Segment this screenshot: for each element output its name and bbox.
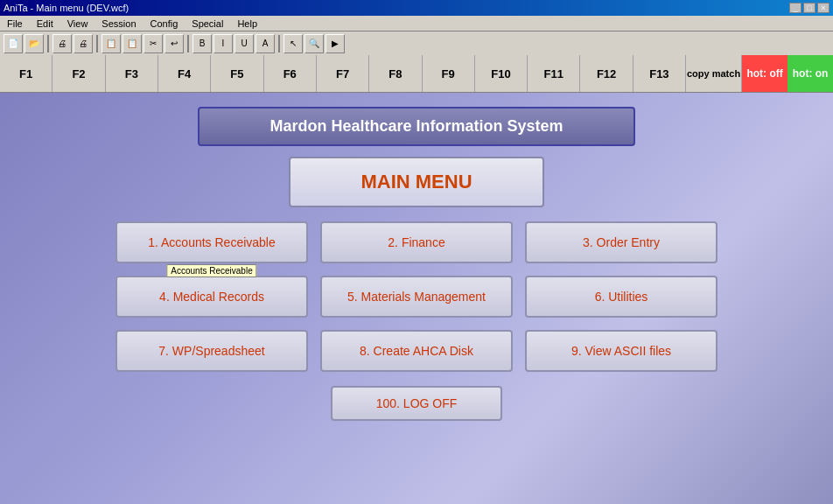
menu-file[interactable]: File	[4, 18, 26, 30]
fkey-f9[interactable]: F9	[423, 55, 475, 92]
main-menu-box: MAIN MENU	[289, 157, 543, 207]
toolbar-zoom[interactable]: 🔍	[304, 34, 324, 53]
main-content: Mardon Healthcare Information System MAI…	[0, 93, 833, 504]
menu-btn-view-ascii-files[interactable]: 9. View ASCII files	[525, 330, 718, 372]
fkey-f5[interactable]: F5	[211, 55, 263, 92]
toolbar-cut[interactable]: ✂	[144, 34, 163, 53]
toolbar-sep4	[278, 35, 280, 52]
menu-edit[interactable]: Edit	[33, 18, 57, 30]
toolbar-b4[interactable]: A	[256, 34, 275, 53]
menu-btn-finance[interactable]: 2. Finance	[320, 221, 513, 263]
toolbar-paste[interactable]: 📋	[122, 34, 142, 53]
menu-help[interactable]: Help	[234, 18, 261, 30]
toolbar-undo[interactable]: ↩	[164, 34, 184, 53]
toolbar-mouse[interactable]: ↖	[284, 34, 303, 53]
toolbar-sep1	[47, 35, 49, 52]
fkey-f6[interactable]: F6	[264, 55, 317, 92]
menu-btn-accounts-receivable[interactable]: 1. Accounts Receivable Accounts Receivab…	[116, 221, 308, 263]
minimize-button[interactable]: _	[789, 3, 802, 13]
fkey-f13[interactable]: F13	[634, 55, 686, 92]
menu-btn-materials-management[interactable]: 5. Materials Management	[320, 276, 513, 318]
menu-bar: File Edit View Session Config Special He…	[0, 16, 833, 32]
window-title: AniTa - Main menu (DEV.wcf)	[4, 3, 129, 13]
toolbar-new[interactable]: 📄	[4, 34, 23, 53]
menu-btn-utilities[interactable]: 6. Utilities	[525, 276, 718, 318]
menu-btn-order-entry[interactable]: 3. Order Entry	[525, 221, 718, 263]
title-bar: AniTa - Main menu (DEV.wcf) _ □ ×	[0, 0, 833, 16]
fkey-f10[interactable]: F10	[475, 55, 528, 92]
toolbar: 📄 📂 🖨 🖨 📋 📋 ✂ ↩ B I U A ↖ 🔍 ▶	[0, 32, 833, 56]
toolbar-copy[interactable]: 📋	[102, 34, 121, 53]
fkey-f7[interactable]: F7	[317, 55, 369, 92]
menu-view[interactable]: View	[64, 18, 92, 30]
toolbar-sep3	[187, 35, 189, 52]
fkey-f3[interactable]: F3	[106, 55, 158, 92]
toolbar-b2[interactable]: I	[214, 34, 233, 53]
fkey-f12[interactable]: F12	[580, 55, 633, 92]
toolbar-sep2	[96, 35, 98, 52]
toolbar-print2[interactable]: 🖨	[74, 34, 93, 53]
toolbar-play[interactable]: ▶	[326, 34, 345, 53]
fkey-f1[interactable]: F1	[0, 55, 52, 92]
fkey-f2[interactable]: F2	[52, 55, 105, 92]
logoff-button[interactable]: 100. LOG OFF	[331, 386, 503, 421]
menu-btn-wp-spreadsheet[interactable]: 7. WP/Spreadsheet	[116, 330, 308, 372]
tooltip-accounts-receivable: Accounts Receivable	[166, 264, 256, 277]
menu-grid: 1. Accounts Receivable Accounts Receivab…	[116, 221, 718, 372]
menu-special[interactable]: Special	[188, 18, 227, 30]
menu-btn-medical-records[interactable]: 4. Medical Records	[116, 276, 308, 318]
maximize-button[interactable]: □	[803, 3, 816, 13]
toolbar-b3[interactable]: U	[234, 34, 254, 53]
toolbar-open[interactable]: 📂	[24, 34, 44, 53]
menu-session[interactable]: Session	[98, 18, 139, 30]
menu-config[interactable]: Config	[147, 18, 182, 30]
hot-on-button[interactable]: hot: on	[788, 55, 833, 92]
close-button[interactable]: ×	[817, 3, 830, 13]
toolbar-print[interactable]: 🖨	[52, 34, 72, 53]
toolbar-b1[interactable]: B	[192, 34, 212, 53]
fkey-f11[interactable]: F11	[528, 55, 580, 92]
hot-off-button[interactable]: hot: off	[742, 55, 788, 92]
copy-match-button[interactable]: copy match	[686, 55, 742, 92]
fkey-f4[interactable]: F4	[158, 55, 211, 92]
fkey-bar: F1 F2 F3 F4 F5 F6 F7 F8 F9 F10 F11 F12 F…	[0, 56, 833, 93]
system-title: Mardon Healthcare Information System	[198, 107, 635, 146]
menu-btn-create-ahca-disk[interactable]: 8. Create AHCA Disk	[320, 330, 513, 372]
fkey-f8[interactable]: F8	[369, 55, 422, 92]
title-bar-controls: _ □ ×	[789, 3, 830, 13]
